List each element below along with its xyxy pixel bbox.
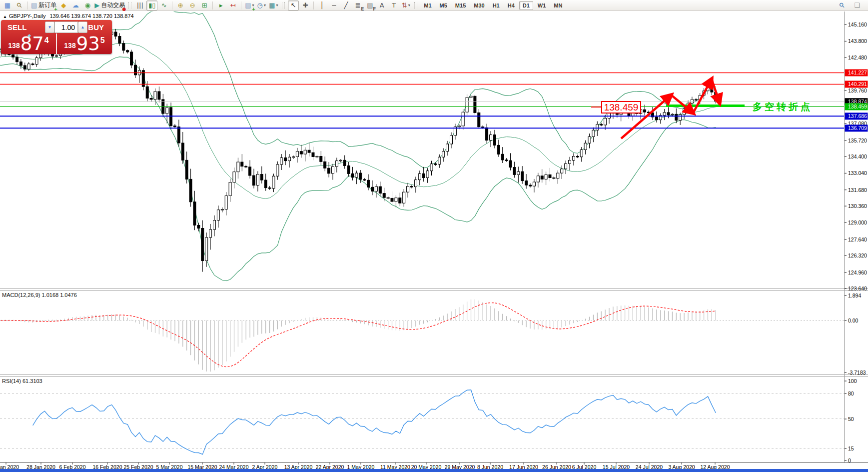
volume-input[interactable]: 1.00 (54, 22, 78, 33)
buy-button[interactable]: 138 93 5 (57, 34, 112, 54)
candle (118, 36, 121, 44)
horizontal-line-icon[interactable]: ─ (328, 0, 339, 10)
rsi-layer (0, 390, 844, 454)
candle (320, 156, 322, 162)
templates-icon[interactable]: ▦▾ (268, 0, 279, 10)
ask-big-digits: 93 (76, 36, 100, 52)
arrows-icon[interactable]: ⇅▾ (400, 0, 411, 10)
timeframe-m5[interactable]: M5 (436, 1, 451, 10)
toolbar-separator (27, 2, 28, 10)
price-annotation-box[interactable]: 138.459 (601, 101, 641, 114)
macd-axis-label: 0.00 (848, 318, 859, 324)
candle (213, 220, 216, 230)
search-icon[interactable]: ⚲ (837, 0, 848, 10)
timeframe-m1[interactable]: M1 (420, 1, 435, 10)
chart-shift-icon[interactable]: ↤ (227, 0, 238, 10)
candle (335, 161, 338, 167)
chart-canvas[interactable]: 145.160143.800142.480139.760137.080135.7… (0, 0, 868, 472)
candle (134, 65, 137, 75)
vertical-line-icon[interactable]: │ (316, 0, 327, 10)
charts-window-icon[interactable]: ▦ (2, 0, 13, 10)
periods-icon-dropdown[interactable]: ▾ (264, 3, 266, 8)
candle (521, 172, 524, 180)
trendline-icon[interactable]: ╱ (340, 0, 351, 10)
bb-lower (0, 57, 716, 281)
market-book-icon[interactable]: ◆ (58, 0, 69, 10)
timeframe-w1[interactable]: W1 (534, 1, 550, 10)
tile-windows-icon[interactable]: ⊞ (199, 0, 210, 10)
candle (561, 169, 563, 173)
candle (537, 176, 539, 182)
mql5-community-icon[interactable]: ☁ (70, 0, 81, 10)
candle (383, 194, 385, 198)
timeframe-h1[interactable]: H1 (489, 1, 503, 10)
price-tick-label: 131.680 (848, 187, 867, 193)
sell-button[interactable]: 138 87 4 (1, 34, 56, 54)
candle (505, 160, 508, 161)
candle (541, 176, 543, 180)
channel-icon[interactable]: ▤F (364, 0, 375, 10)
panel-collapse-icon[interactable]: ▲ (3, 14, 7, 19)
candle (446, 144, 449, 152)
cursor-icon[interactable]: ↖ (288, 0, 299, 10)
candle (324, 162, 326, 168)
fibonacci-icon[interactable]: ≣E (352, 0, 363, 10)
candle (256, 174, 259, 186)
candle (201, 228, 204, 261)
new-order-icon[interactable]: ▤+新订单 (30, 0, 57, 10)
autotrading-icon[interactable]: ▶●自动交易 (94, 0, 125, 10)
price-annotation-leader (591, 106, 601, 108)
candle (158, 92, 160, 100)
candle (462, 112, 464, 126)
candle (280, 158, 283, 164)
candle (644, 110, 646, 112)
signals-icon[interactable]: ◉ (82, 0, 93, 10)
charts-window-icon: ▦ (4, 2, 10, 9)
price-tick-label: 139.760 (848, 88, 867, 94)
toolbar-separator (241, 2, 241, 10)
zoom-out-icon[interactable]: ⊖ (187, 0, 198, 10)
arrows-icon-dropdown[interactable]: ▾ (408, 3, 410, 8)
timeframe-m15[interactable]: M15 (452, 1, 469, 10)
crosshair-icon[interactable]: ✚ (300, 0, 311, 10)
timeframe-mn[interactable]: MN (550, 1, 566, 10)
sell-label: SELL (7, 23, 26, 32)
candle (683, 109, 686, 115)
text-icon[interactable]: A (376, 0, 387, 10)
label-icon[interactable]: T (388, 0, 399, 10)
candle (205, 238, 208, 261)
timeframe-h4[interactable]: H4 (504, 1, 518, 10)
bar-chart-icon: ||| (137, 2, 143, 9)
candle (19, 62, 22, 66)
bid-prefix: 138 (8, 42, 19, 50)
zoom-out-icon: ⊖ (190, 2, 195, 9)
volume-increase-button[interactable]: ▲ (78, 22, 87, 33)
rsi-axis-label: 0 (848, 458, 851, 464)
bar-chart-icon[interactable]: ||| (134, 0, 145, 10)
timeframe-d1[interactable]: D1 (519, 1, 533, 10)
turning-point-note[interactable]: 多空转折点 (753, 100, 813, 114)
candlestick-chart-icon[interactable]: ▮▯ (146, 0, 157, 10)
toolbar-items: ▦⚲▤+新订单◆☁◉▶●自动交易|||▮▯∿⊕⊖⊞▸↤▤+▾◷▾▦▾↖✚│─╱≣… (1, 0, 566, 10)
candle (695, 100, 697, 100)
candle (23, 66, 26, 69)
candle (237, 162, 239, 172)
candle (474, 96, 476, 112)
line-chart-icon[interactable]: ∿ (158, 0, 169, 10)
candle (351, 174, 354, 177)
candle (312, 152, 314, 156)
candle (249, 167, 251, 176)
auto-scroll-icon[interactable]: ▸ (215, 0, 226, 10)
profile-search-icon[interactable]: ⚲ (14, 0, 25, 10)
periods-icon[interactable]: ◷▾ (256, 0, 267, 10)
zoom-in-icon[interactable]: ⊕ (175, 0, 186, 10)
timeframe-m30[interactable]: M30 (470, 1, 488, 10)
channel-icon-badge: F (373, 6, 376, 12)
search-icon: ⚲ (838, 1, 846, 10)
candle (553, 178, 555, 178)
chat-icon[interactable]: ❏ (852, 0, 863, 10)
volume-decrease-button[interactable]: ▼ (45, 22, 54, 33)
indicators-icon[interactable]: ▤+▾ (244, 0, 255, 10)
templates-icon-dropdown[interactable]: ▾ (276, 3, 278, 8)
toolbar: ▦⚲▤+新订单◆☁◉▶●自动交易|||▮▯∿⊕⊖⊞▸↤▤+▾◷▾▦▾↖✚│─╱≣… (0, 0, 868, 11)
